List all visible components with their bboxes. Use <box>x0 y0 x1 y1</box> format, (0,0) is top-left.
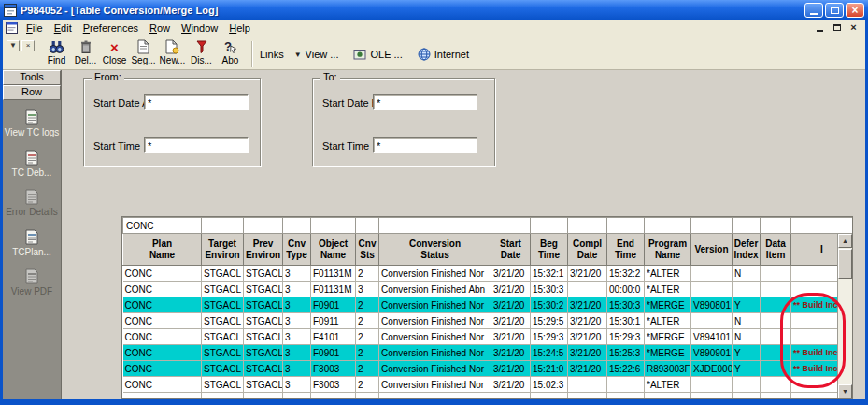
grid-cell[interactable]: *MERGE <box>645 329 691 345</box>
grid-cell[interactable]: N <box>733 266 761 282</box>
grid-cell[interactable]: STGACL <box>202 297 244 313</box>
exitbar-tab-row[interactable]: Row <box>3 85 61 100</box>
grid-cell[interactable] <box>761 329 791 345</box>
grid-cell[interactable] <box>691 266 733 282</box>
from-start-time-input[interactable] <box>144 137 249 153</box>
sidebar-item-tcplan[interactable]: TCPlan... <box>3 229 61 258</box>
grid-cell[interactable]: 3 <box>283 297 311 313</box>
grid-cell[interactable]: 15:21:0 <box>531 361 568 377</box>
grid-column-header[interactable]: End Time <box>607 234 645 266</box>
grid-cell[interactable]: 3/21/20 <box>568 345 607 361</box>
restore-button[interactable] <box>825 3 844 18</box>
grid-cell[interactable] <box>123 393 202 400</box>
grid-cell[interactable]: 15:30:3 <box>531 282 568 297</box>
mdi-close-button[interactable]: × <box>847 22 861 34</box>
view-dropdown-button[interactable]: ▼ View ... <box>290 48 344 61</box>
grid-cell[interactable]: CONC <box>123 266 202 282</box>
table-row[interactable]: CONCSTGACLSTGACL3F41012Conversion Finish… <box>123 329 853 345</box>
grid-cell[interactable] <box>761 282 791 297</box>
grid-cell[interactable]: Conversion Finished Abn <box>379 282 491 297</box>
scroll-down-icon[interactable]: ▼ <box>838 384 852 398</box>
grid-cell[interactable] <box>379 393 491 400</box>
qbe-filter-cell[interactable] <box>733 218 761 234</box>
grid-cell[interactable]: F3003 <box>311 361 356 377</box>
grid-cell[interactable]: 2 <box>356 361 379 377</box>
grid-cell[interactable]: STGACL <box>244 345 283 361</box>
grid-cell[interactable] <box>607 393 645 400</box>
table-row[interactable]: CONCSTGACLSTGACL3F01131M2Conversion Fini… <box>123 266 853 282</box>
grid-column-header[interactable]: Object Name <box>311 234 356 266</box>
grid-cell[interactable]: 15:22:6 <box>607 361 645 377</box>
grid-cell[interactable]: 2 <box>356 297 379 313</box>
grid-cell[interactable]: CONC <box>123 361 202 377</box>
menu-item-file[interactable]: File <box>21 22 49 35</box>
sidebar-item-tc-debug[interactable]: TC Deb... <box>3 150 61 179</box>
grid-cell[interactable] <box>733 282 761 297</box>
grid-cell[interactable]: 3 <box>283 266 311 282</box>
grid-cell[interactable]: 15:29:5 <box>531 313 568 329</box>
grid-column-header[interactable]: Beg Time <box>531 234 568 266</box>
grid-cell[interactable] <box>691 393 733 400</box>
grid-cell[interactable]: Y <box>733 345 761 361</box>
grid-cell[interactable]: 15:30:2 <box>531 297 568 313</box>
grid-cell[interactable] <box>691 313 733 329</box>
grid-cell[interactable]: 3/21/20 <box>491 313 531 329</box>
qbe-filter-cell[interactable] <box>202 218 244 234</box>
grid-cell[interactable]: F4101 <box>311 329 356 345</box>
qbe-filter-cell[interactable] <box>311 218 356 234</box>
grid-cell[interactable]: 2 <box>356 345 379 361</box>
grid-cell[interactable] <box>645 393 691 400</box>
grid-cell[interactable]: STGACL <box>244 313 283 329</box>
scroll-up-icon[interactable]: ▲ <box>838 234 852 248</box>
grid-cell[interactable]: Conversion Finished Nor <box>379 329 491 345</box>
grid-cell[interactable]: *ALTER <box>645 266 691 282</box>
menu-item-row[interactable]: Row <box>144 22 176 35</box>
grid-cell[interactable]: STGACL <box>202 345 244 361</box>
sidebar-item-view-tc-logs[interactable]: View TC logs <box>3 109 61 138</box>
grid-cell[interactable] <box>733 377 761 393</box>
qbe-filter-cell[interactable] <box>491 218 531 234</box>
grid-cell[interactable]: V890901 <box>691 345 733 361</box>
grid-cell[interactable]: 2 <box>356 266 379 282</box>
grid-cell[interactable]: STGACL <box>244 266 283 282</box>
grid-cell[interactable]: F3003 <box>311 377 356 393</box>
grid-cell[interactable] <box>356 393 379 400</box>
grid-cell[interactable]: CONC <box>123 345 202 361</box>
grid-cell[interactable]: STGACL <box>202 266 244 282</box>
grid-cell[interactable]: STGACL <box>202 313 244 329</box>
grid-cell[interactable] <box>761 345 791 361</box>
grid-cell[interactable]: 15:24:5 <box>531 345 568 361</box>
grid-cell[interactable]: 2 <box>356 329 379 345</box>
grid-cell[interactable]: STGACL <box>244 377 283 393</box>
table-row[interactable]: CONCSTGACLSTGACL3F01131M3Conversion Fini… <box>123 282 853 297</box>
grid-column-header[interactable]: Cnv Type <box>283 234 311 266</box>
chevron-down-icon[interactable]: ▼ <box>7 40 20 51</box>
qbe-filter-cell[interactable] <box>356 218 379 234</box>
grid-cell[interactable] <box>531 393 568 400</box>
grid-cell[interactable]: Conversion Finished Nor <box>379 313 491 329</box>
grid-cell[interactable]: 15:30:3 <box>607 297 645 313</box>
mdi-minimize-button[interactable] <box>813 22 827 34</box>
grid-cell[interactable]: CONC <box>123 297 202 313</box>
grid-cell[interactable]: STGACL <box>202 282 244 297</box>
grid-cell[interactable]: STGACL <box>244 361 283 377</box>
delete-button[interactable]: Del... <box>71 38 100 65</box>
grid-cell[interactable]: N <box>733 313 761 329</box>
about-button[interactable]: ? Abo <box>216 38 245 65</box>
grid-cell[interactable]: 3 <box>283 313 311 329</box>
start-date-a-input[interactable] <box>144 94 249 110</box>
grid-cell[interactable]: 3/21/20 <box>568 297 607 313</box>
grid-cell[interactable]: N <box>733 329 761 345</box>
grid-cell[interactable]: 15:29:3 <box>607 329 645 345</box>
grid-cell[interactable]: 15:25:3 <box>607 345 645 361</box>
scrollbar-thumb[interactable] <box>838 249 852 279</box>
table-row[interactable]: CONCSTGACLSTGACL3F09112Conversion Finish… <box>123 313 853 329</box>
grid-cell[interactable]: STGACL <box>244 297 283 313</box>
grid-cell[interactable]: F0901 <box>311 345 356 361</box>
grid-cell[interactable] <box>761 361 791 377</box>
qbe-filter-cell[interactable] <box>379 218 491 234</box>
grid-cell[interactable]: XJDE000 <box>691 361 733 377</box>
grid-column-header[interactable]: Defer Index <box>733 234 761 266</box>
grid-cell[interactable]: 3 <box>283 361 311 377</box>
panel-close-icon[interactable]: × <box>21 40 35 51</box>
